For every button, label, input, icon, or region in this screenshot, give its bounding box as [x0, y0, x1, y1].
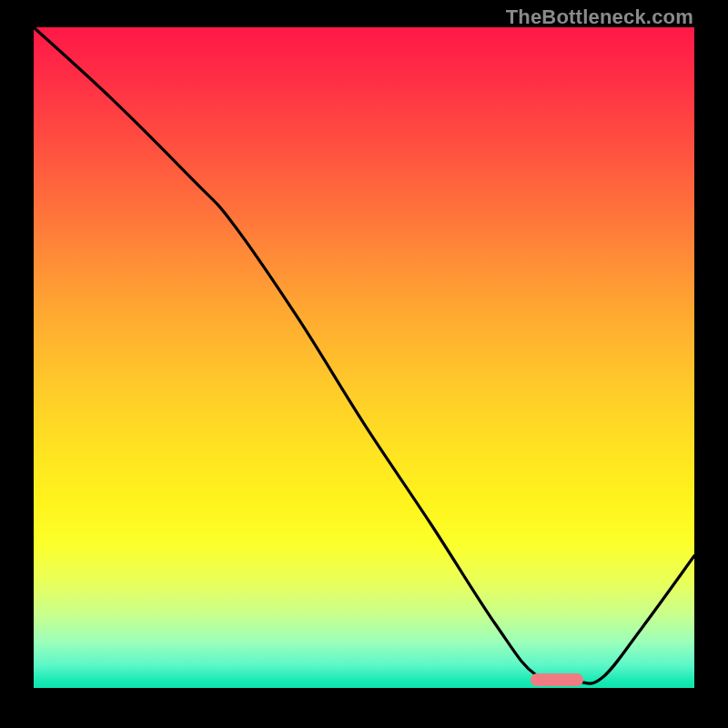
watermark-text: TheBottleneck.com: [506, 5, 693, 29]
optimal-range-marker: [531, 673, 583, 686]
bottleneck-curve: [34, 27, 694, 688]
plot-area: [34, 27, 694, 688]
chart-frame: TheBottleneck.com: [0, 0, 728, 728]
